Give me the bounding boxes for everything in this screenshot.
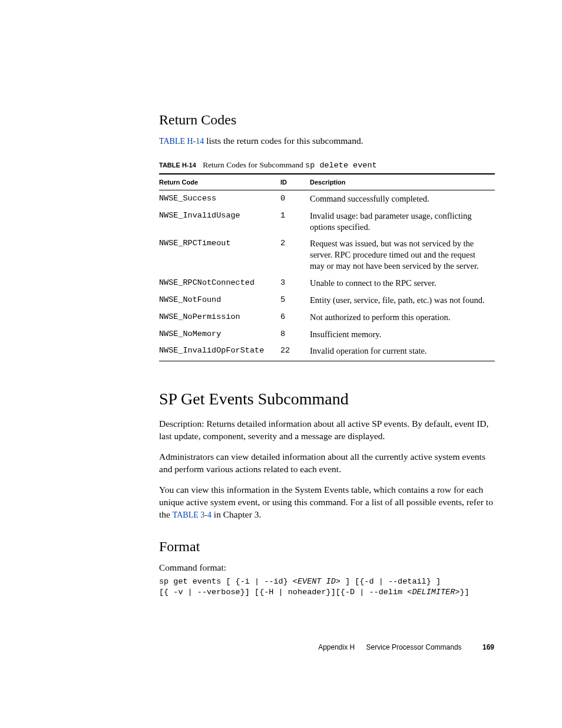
cell-description: Invalid usage: bad parameter usage, conf…	[310, 207, 495, 236]
page-content: Return Codes TABLE H-14 lists the return…	[159, 112, 495, 598]
table-caption: TABLE H-14 Return Codes for Subcommand s…	[159, 160, 495, 170]
table-row: NWSE_NoPermission6Not authorized to perf…	[159, 309, 495, 326]
cmd-seg3: >}]	[455, 588, 469, 597]
intro-suffix: lists the return codes for this subcomma…	[204, 136, 363, 146]
para3-post: in Chapter 3.	[211, 509, 261, 519]
sp-get-events-para3: You can view this information in the Sys…	[159, 484, 495, 521]
cell-return-code: NWSE_Success	[159, 190, 280, 207]
cell-description: Entity (user, service, file, path, etc.)…	[310, 292, 495, 309]
cell-return-code: NWSE_NoPermission	[159, 309, 280, 326]
cell-description: Invalid operation for current state.	[310, 342, 495, 361]
table-label: TABLE H-14	[159, 162, 196, 169]
cell-id: 3	[280, 275, 310, 292]
table-row: NWSE_InvalidOpForState22Invalid operatio…	[159, 342, 495, 361]
cmd-ital1: EVENT ID	[297, 577, 336, 586]
return-codes-heading: Return Codes	[159, 112, 495, 128]
table-row: NWSE_NoMemory8Insufficient memory.	[159, 326, 495, 343]
cell-id: 1	[280, 207, 310, 236]
cell-return-code: NWSE_InvalidOpForState	[159, 342, 280, 361]
cell-description: Request was issued, but was not serviced…	[310, 235, 495, 275]
cell-return-code: NWSE_InvalidUsage	[159, 207, 280, 236]
cell-id: 0	[280, 190, 310, 207]
page-footer: Appendix H Service Processor Commands 16…	[318, 643, 494, 651]
cell-return-code: NWSE_NoMemory	[159, 326, 280, 343]
return-codes-intro: TABLE H-14 lists the return codes for th…	[159, 135, 495, 147]
col-header-return-code: Return Code	[159, 174, 280, 190]
command-format-code: sp get events [ {-i | --id} <EVENT ID> ]…	[159, 577, 495, 598]
sp-get-events-para2: Administrators can view detailed informa…	[159, 451, 495, 476]
table-caption-cmd: sp delete event	[305, 161, 377, 170]
cell-return-code: NWSE_NotFound	[159, 292, 280, 309]
col-header-id: ID	[280, 174, 310, 190]
cell-id: 22	[280, 342, 310, 361]
cmd-seg1: sp get events [ {-i | --id} <	[159, 577, 297, 586]
cell-id: 5	[280, 292, 310, 309]
cell-id: 6	[280, 309, 310, 326]
table-h14-link-inline[interactable]: TABLE H-14	[159, 137, 204, 146]
cell-return-code: NWSE_RPCNotConnected	[159, 275, 280, 292]
table-row: NWSE_Success0Command successfully comple…	[159, 190, 495, 207]
cell-id: 2	[280, 235, 310, 275]
footer-title: Service Processor Commands	[366, 643, 462, 651]
command-format-lead: Command format:	[159, 562, 495, 574]
return-codes-table: Return Code ID Description NWSE_Success0…	[159, 173, 495, 361]
cell-description: Command successfully completed.	[310, 190, 495, 207]
table-row: NWSE_RPCNotConnected3Unable to connect t…	[159, 275, 495, 292]
table-caption-text: Return Codes for Subcommand	[203, 160, 305, 169]
cell-description: Unable to connect to the RPC server.	[310, 275, 495, 292]
cell-return-code: NWSE_RPCTimeout	[159, 235, 280, 275]
table-3-4-link[interactable]: TABLE 3-4	[173, 510, 211, 519]
cell-description: Not authorized to perform this operation…	[310, 309, 495, 326]
footer-appendix: Appendix H	[318, 643, 355, 651]
cell-id: 8	[280, 326, 310, 343]
table-row: NWSE_RPCTimeout2Request was issued, but …	[159, 235, 495, 275]
format-heading: Format	[159, 539, 495, 555]
cmd-ital2: DELIMITER	[412, 588, 455, 597]
sp-get-events-heading: SP Get Events Subcommand	[159, 390, 495, 409]
table-row: NWSE_NotFound5Entity (user, service, fil…	[159, 292, 495, 309]
sp-get-events-para1: Description: Returns detailed informatio…	[159, 418, 495, 443]
footer-page-number: 169	[482, 643, 494, 651]
col-header-description: Description	[310, 174, 495, 190]
cell-description: Insufficient memory.	[310, 326, 495, 343]
table-row: NWSE_InvalidUsage1Invalid usage: bad par…	[159, 207, 495, 236]
